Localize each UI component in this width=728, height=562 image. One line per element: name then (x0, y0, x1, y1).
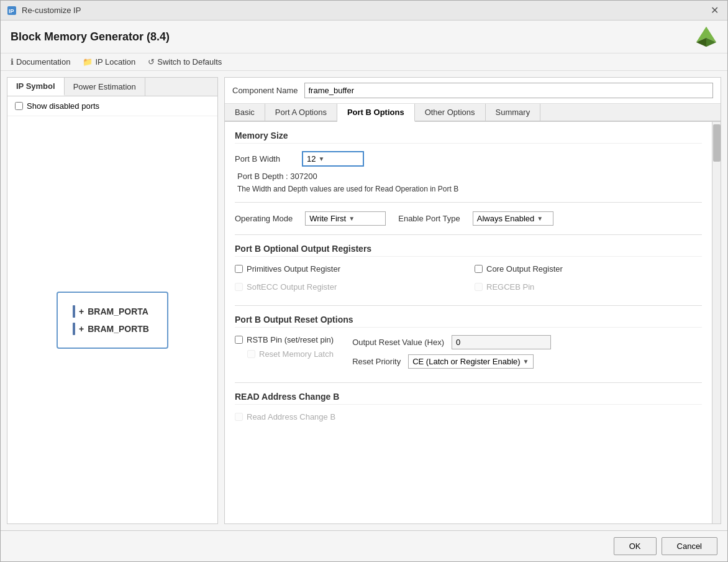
rstb-label: RSTB Pin (set/reset pin) (247, 335, 334, 344)
portb-bar (73, 323, 75, 335)
reset-priority-row: Reset Priority CE (Latch or Register Ena… (352, 354, 551, 369)
tab-content-port-b: Memory Size Port B Width 12 ▼ Port B Dep… (225, 122, 712, 523)
reset-memory-latch-checkbox (247, 350, 255, 358)
enable-port-type-value: Always Enabled (477, 214, 535, 223)
portb-plus-icon: + (79, 324, 84, 334)
right-panel: Component Name Basic Port A Options Port… (224, 77, 721, 524)
symbol-area: + BRAM_PORTA + BRAM_PORTB (7, 116, 217, 523)
tab-other-options[interactable]: Other Options (415, 104, 486, 121)
documentation-label: Documentation (16, 57, 70, 67)
optional-output-title: Port B Optional Output Registers (235, 244, 702, 257)
port-b-depth-row: Port B Depth : 307200 (237, 172, 702, 181)
rstb-row: RSTB Pin (set/reset pin) (235, 335, 334, 344)
optional-output-checks: Primitives Output Register Core Output R… (235, 264, 702, 297)
info-icon: ℹ (11, 57, 14, 67)
reset-priority-label: Reset Priority (352, 357, 401, 366)
bram-symbol-box: + BRAM_PORTA + BRAM_PORTB (57, 292, 168, 349)
bram-portb-label: BRAM_PORTB (88, 324, 149, 334)
tab-port-a-options[interactable]: Port A Options (265, 104, 337, 121)
softecc-row: SoftECC Output Register (235, 282, 462, 292)
port-b-width-label: Port B Width (235, 154, 297, 164)
output-reset-value-label: Output Reset Value (Hex) (352, 338, 444, 347)
show-disabled-label: Show disabled ports (27, 101, 99, 111)
primitives-label: Primitives Output Register (247, 264, 340, 274)
port-b-width-select[interactable]: 12 ▼ (302, 151, 364, 167)
cancel-button[interactable]: Cancel (662, 537, 717, 555)
show-disabled-checkbox[interactable] (15, 102, 23, 110)
reset-memory-latch-row: Reset Memory Latch (247, 349, 334, 359)
output-reset-value-input[interactable] (452, 335, 551, 349)
porta-bar (73, 305, 75, 318)
softecc-label: SoftECC Output Register (247, 282, 337, 292)
read-address-title: READ Address Change B (235, 392, 702, 405)
enable-port-type-arrow: ▼ (537, 215, 543, 222)
reset-priority-select[interactable]: CE (Latch or Register Enable) ▼ (408, 354, 533, 369)
reset-priority-arrow: ▼ (523, 358, 529, 365)
refresh-icon: ↺ (148, 57, 155, 67)
port-b-depth-value: 307200 (290, 172, 317, 181)
read-address-checkbox (235, 413, 243, 421)
app-title: Block Memory Generator (8.4) (11, 30, 695, 44)
primitives-checkbox[interactable] (235, 265, 243, 273)
left-tabs-header: IP Symbol Power Estimation (7, 78, 217, 96)
regceb-label: REGCEB Pin (486, 282, 534, 292)
port-b-depth-label: Port B Depth : (237, 172, 288, 181)
ip-location-link[interactable]: 📁 IP Location (83, 57, 135, 67)
core-row: Core Output Register (475, 264, 702, 274)
scrollbar-thumb[interactable] (713, 124, 721, 162)
app-icon: IP (7, 6, 17, 16)
reset-memory-latch-label: Reset Memory Latch (259, 349, 334, 359)
nav-bar: ℹ Documentation 📁 IP Location ↺ Switch t… (1, 53, 727, 71)
port-b-width-row: Port B Width 12 ▼ (235, 151, 702, 167)
tab-summary[interactable]: Summary (486, 104, 541, 121)
operating-mode-select[interactable]: Write First ▼ (305, 211, 386, 226)
component-name-input[interactable] (304, 83, 714, 98)
folder-icon: 📁 (83, 57, 93, 67)
read-address-label: Read Address Change B (247, 412, 335, 422)
ok-button[interactable]: OK (614, 537, 657, 555)
core-checkbox[interactable] (475, 265, 483, 273)
bram-porta-label: BRAM_PORTA (88, 306, 148, 316)
tab-ip-symbol[interactable]: IP Symbol (7, 78, 65, 96)
softecc-checkbox (235, 283, 243, 291)
regceb-row: REGCEB Pin (475, 282, 702, 292)
read-address-row: Read Address Change B (235, 412, 702, 422)
primitives-row: Primitives Output Register (235, 264, 462, 274)
vivado-logo (695, 25, 717, 48)
enable-port-type-label: Enable Port Type (398, 214, 460, 223)
tab-port-b-options[interactable]: Port B Options (337, 104, 415, 122)
main-window: IP Re-customize IP ✕ Block Memory Genera… (0, 0, 728, 562)
reset-priority-value: CE (Latch or Register Enable) (412, 357, 520, 366)
tab-power-estimation[interactable]: Power Estimation (65, 78, 145, 96)
output-reset-value-row: Output Reset Value (Hex) (352, 335, 551, 349)
enable-port-type-select[interactable]: Always Enabled ▼ (473, 211, 553, 226)
documentation-link[interactable]: ℹ Documentation (11, 57, 70, 67)
switch-defaults-label: Switch to Defaults (157, 57, 222, 67)
switch-defaults-link[interactable]: ↺ Switch to Defaults (148, 57, 222, 67)
content-tabs: Basic Port A Options Port B Options Othe… (225, 104, 721, 122)
tab-basic[interactable]: Basic (225, 104, 265, 121)
app-toolbar: Block Memory Generator (8.4) (1, 21, 727, 53)
core-label: Core Output Register (486, 264, 563, 274)
porta-plus-icon: + (79, 306, 84, 316)
close-button[interactable]: ✕ (708, 4, 721, 16)
bram-porta-row: + BRAM_PORTA (73, 303, 152, 320)
main-content: IP Symbol Power Estimation Show disabled… (1, 71, 727, 530)
show-disabled-row: Show disabled ports (7, 96, 217, 116)
window-title: Re-customize IP (22, 6, 81, 15)
component-name-label: Component Name (232, 86, 298, 95)
memory-size-title: Memory Size (235, 131, 702, 144)
component-name-row: Component Name (225, 78, 721, 104)
rstb-checkbox[interactable] (235, 336, 243, 344)
port-b-width-value: 12 (307, 154, 316, 164)
operating-mode-arrow: ▼ (348, 215, 355, 222)
scrollbar-track[interactable] (712, 122, 721, 523)
operating-mode-row: Operating Mode Write First ▼ Enable Port… (235, 211, 702, 226)
regceb-checkbox (475, 283, 483, 291)
operating-mode-label: Operating Mode (235, 214, 293, 223)
bottom-bar: OK Cancel (1, 530, 727, 561)
port-b-width-arrow: ▼ (318, 155, 324, 162)
left-panel: IP Symbol Power Estimation Show disabled… (7, 77, 218, 524)
bram-portb-row: + BRAM_PORTB (73, 320, 152, 338)
svg-text:IP: IP (9, 8, 14, 14)
